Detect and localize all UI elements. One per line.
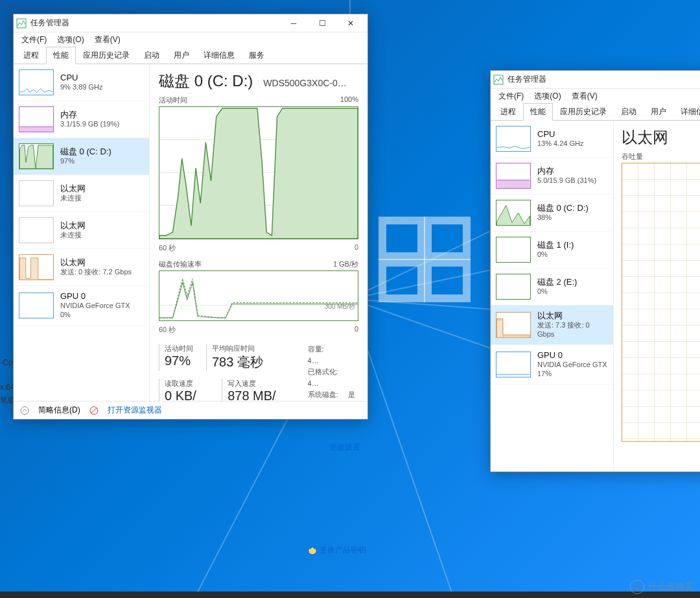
- menu-options[interactable]: 选项(O): [530, 90, 565, 103]
- tab-services[interactable]: 服务: [242, 47, 272, 64]
- disk-thumb: [19, 143, 54, 169]
- shield-icon: [318, 443, 327, 452]
- menu-file[interactable]: 文件(F): [18, 33, 51, 47]
- svg-rect-10: [428, 263, 467, 298]
- eth-thumb: [19, 217, 54, 243]
- task-manager-window-1: 任务管理器 ─ ☐ ✕ 文件(F) 选项(O) 查看(V) 进程 性能 应用历史…: [13, 14, 368, 420]
- sidebar-label: CPU: [60, 73, 102, 83]
- read-speed: 0 KB/秒: [165, 389, 209, 401]
- brief-info-button[interactable]: 简略信息(D): [38, 405, 80, 416]
- sidebar-item-memory[interactable]: 内存5.0/15.9 GB (31%): [491, 158, 613, 195]
- disk-model: WDS500G3X0C-0…: [263, 78, 346, 88]
- svg-rect-24: [496, 180, 530, 188]
- watermark: 值 什么值得买: [630, 580, 694, 594]
- sidebar-item-disk2[interactable]: 磁盘 2 (E:)0%: [491, 269, 613, 305]
- eth-thumb: [19, 180, 54, 206]
- app-icon: [493, 75, 504, 85]
- tab-bar: 进程 性能 应用历史记录 启动 用户 详细信息 服务: [14, 47, 368, 64]
- titlebar[interactable]: 任务管理器: [491, 71, 700, 89]
- disk-info: 容量:4… 已格式化:4… 系统磁盘:是 页面文件:是: [308, 344, 358, 401]
- titlebar[interactable]: 任务管理器 ─ ☐ ✕: [14, 14, 368, 32]
- svg-line-22: [91, 408, 97, 413]
- tab-performance[interactable]: 性能: [46, 47, 76, 64]
- svg-rect-12: [19, 126, 52, 132]
- perf-sidebar: CPU9% 3.89 GHz 内存3.1/15.9 GB (19%) 磁盘 0 …: [14, 64, 150, 401]
- memory-thumb: [19, 106, 54, 132]
- transfer-graph: 300 MB/秒: [159, 270, 358, 321]
- taskbar[interactable]: [0, 592, 700, 598]
- svg-rect-8: [428, 221, 467, 256]
- minimize-button[interactable]: ─: [279, 14, 308, 32]
- eth-thumb: [19, 254, 54, 280]
- sidebar-item-cpu[interactable]: CPU13% 4.24 GHz: [491, 121, 613, 158]
- detail-title: 以太网: [622, 127, 668, 148]
- no-icon: [89, 406, 99, 415]
- svg-marker-18: [159, 108, 358, 239]
- maximize-button[interactable]: ☐: [308, 14, 336, 32]
- task-manager-window-2: 任务管理器 文件(F) 选项(O) 查看(V) 进程 性能 应用历史记录 启动 …: [490, 70, 700, 472]
- tab-details[interactable]: 详细信息: [196, 47, 242, 64]
- ethernet-graph: [622, 163, 700, 442]
- sidebar-item-eth[interactable]: 以太网发送: 7.3 接收: 0 Gbps: [491, 305, 613, 345]
- tab-performance[interactable]: 性能: [523, 103, 553, 121]
- menu-bar: 文件(F) 选项(O) 查看(V): [14, 32, 368, 47]
- svg-rect-9: [382, 263, 421, 298]
- write-speed: 878 MB/秒: [228, 389, 288, 401]
- sidebar-item-disk0[interactable]: 磁盘 0 (C: D:)38%: [491, 195, 613, 232]
- menu-file[interactable]: 文件(F): [495, 90, 528, 103]
- menu-view[interactable]: 查看(V): [91, 33, 124, 47]
- svg-marker-14: [19, 145, 52, 169]
- svg-rect-7: [382, 221, 421, 256]
- sidebar-item-gpu[interactable]: GPU 0NVIDIA GeForce GTX17%: [491, 345, 613, 385]
- bg-text: -Co: [0, 358, 12, 367]
- menu-view[interactable]: 查看(V): [568, 90, 601, 103]
- chevron-up-icon: [20, 406, 29, 415]
- active-time: 97%: [165, 353, 193, 368]
- svg-point-20: [21, 407, 29, 414]
- tab-processes[interactable]: 进程: [16, 47, 46, 64]
- sidebar-item-cpu[interactable]: CPU9% 3.89 GHz: [14, 64, 149, 101]
- open-resource-monitor[interactable]: 打开资源监视器: [108, 405, 162, 416]
- activity-graph: [159, 106, 358, 239]
- menu-options[interactable]: 选项(O): [53, 33, 88, 47]
- tab-processes[interactable]: 进程: [493, 103, 523, 121]
- tab-startup[interactable]: 启动: [137, 47, 167, 64]
- close-button[interactable]: ✕: [336, 14, 365, 32]
- sidebar-item-memory[interactable]: 内存3.1/15.9 GB (19%): [14, 101, 149, 138]
- response-time: 783 毫秒: [212, 353, 263, 371]
- sidebar-item-eth1[interactable]: 以太网未连接: [14, 175, 149, 212]
- tab-app-history[interactable]: 应用历史记录: [553, 103, 614, 121]
- detail-title: 磁盘 0 (C: D:): [159, 71, 253, 91]
- tab-users[interactable]: 用户: [167, 47, 196, 64]
- tab-startup[interactable]: 启动: [614, 103, 644, 121]
- sidebar-item-gpu[interactable]: GPU 0NVIDIA GeForce GTX0%: [14, 286, 149, 326]
- sidebar-item-eth2[interactable]: 以太网未连接: [14, 212, 149, 249]
- sidebar-item-eth3[interactable]: 以太网发送: 0 接收: 7.2 Gbps: [14, 249, 149, 286]
- app-icon: [16, 18, 27, 29]
- sidebar-item-disk1[interactable]: 磁盘 1 (I:)0%: [491, 232, 613, 269]
- sidebar-item-disk0[interactable]: 磁盘 0 (C: D:)97%: [14, 138, 149, 175]
- perf-detail: 磁盘 0 (C: D:) WDS500G3X0C-0… 活动时间100% 60 …: [150, 64, 368, 401]
- watermark-badge-icon: 值: [630, 580, 644, 594]
- gpu-thumb: [19, 293, 54, 318]
- cpu-thumb: [19, 69, 54, 95]
- change-product-key-link[interactable]: 更改产品密钥: [308, 545, 366, 556]
- tab-users[interactable]: 用户: [644, 103, 673, 121]
- window-title: 任务管理器: [30, 18, 279, 29]
- window-title: 任务管理器: [508, 74, 700, 85]
- tab-app-history[interactable]: 应用历史记录: [76, 47, 137, 64]
- change-settings-link[interactable]: 更改设置: [318, 442, 360, 453]
- footer: 简略信息(D) 打开资源监视器: [14, 401, 368, 419]
- shield-icon: [308, 546, 317, 555]
- tab-details[interactable]: 详细信息: [673, 103, 700, 121]
